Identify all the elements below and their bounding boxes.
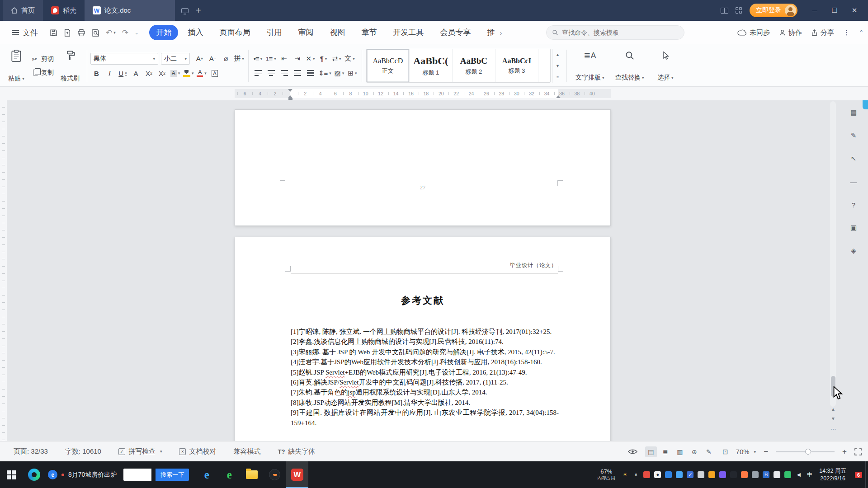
ribbon-tab[interactable]: 页面布局 (212, 25, 257, 40)
format-painter-button[interactable]: 格式刷 (57, 46, 84, 85)
ribbon-tab[interactable]: 会员专享 (433, 25, 477, 40)
web-view-icon[interactable]: ⊕ (689, 446, 700, 457)
style-preset[interactable]: AaBbC( 标题 1 (410, 49, 453, 82)
document-canvas[interactable]: 27 毕业设计（论文） 参考文献 [1]宁昭铼, 陈静, 张立斌. 一个网上购物… (0, 100, 868, 441)
align-left-button[interactable] (252, 67, 264, 79)
eye-protect-icon[interactable] (628, 449, 637, 455)
login-button[interactable]: 立即登录 (750, 4, 797, 17)
read-mode-icon[interactable]: ▥ (674, 446, 686, 457)
tray-icon[interactable] (730, 471, 737, 478)
page-view-icon[interactable]: ▤ (645, 446, 657, 457)
ribbon-tab[interactable]: 审阅 (291, 25, 320, 40)
ribbon-tab[interactable]: 章节 (354, 25, 383, 40)
customize-quickbar-icon[interactable]: ⌄ (135, 30, 138, 35)
distribute-button[interactable] (304, 67, 316, 79)
vertical-scrollbar[interactable] (830, 101, 836, 407)
new-tab-button[interactable]: + (196, 5, 201, 16)
reference-entry[interactable]: [3]宋丽娜. 基于 JSP 的 Web 开发中文乱码问题的研究与解决[J]. … (291, 347, 559, 357)
spellcheck-toggle[interactable]: ✓ 拼写检查▾ (118, 447, 162, 456)
taskbar-search-input[interactable] (123, 469, 151, 481)
next-page-button[interactable]: ▼ (831, 416, 835, 421)
asian-layout-button[interactable]: ✕▾ (304, 53, 316, 64)
show-desktop-button[interactable] (865, 461, 868, 488)
tray-icon[interactable]: ✓ (687, 471, 693, 478)
right-indent-marker[interactable] (556, 93, 561, 98)
fit-page-icon[interactable]: ⊡ (722, 448, 728, 456)
news-search-widget[interactable]: e 8月70城房价出炉 搜索一下 (45, 469, 195, 481)
home-tab[interactable]: 首页 (3, 0, 43, 21)
tray-icon[interactable] (665, 471, 672, 478)
ribbon-tab[interactable]: 开始 (149, 25, 178, 40)
ie-taskbar-icon[interactable]: e (195, 461, 218, 488)
align-center-button[interactable] (265, 67, 277, 79)
zoom-slider[interactable] (776, 451, 835, 452)
redo-button[interactable]: ↷ (122, 28, 128, 38)
side-tool-icon[interactable]: ▤ (848, 107, 859, 118)
document-tab[interactable]: W 论文.doc (85, 0, 175, 21)
style-preset[interactable]: AaBbC 标题 2 (453, 49, 495, 82)
copy-button[interactable]: 复制 (31, 69, 54, 77)
reference-entry[interactable]: [2]李鑫.浅谈信息化网上购物商城的设计与实现[J].民营科技, 2016(11… (291, 337, 559, 347)
side-tool-icon[interactable]: ✎ (848, 130, 859, 141)
start-button[interactable] (0, 461, 23, 488)
references-heading[interactable]: 参考文献 (235, 294, 610, 307)
styles-more-icon[interactable]: ≡ (553, 71, 562, 83)
vertical-ruler[interactable] (0, 100, 7, 441)
edit-mode-icon[interactable]: ✎ (703, 446, 715, 457)
tray-icon[interactable]: 中 (806, 471, 813, 478)
screen-share-icon[interactable] (181, 8, 189, 13)
char-border-button[interactable]: A (209, 68, 221, 79)
text-layout-button[interactable]: ≣A 文字排版▾ (570, 46, 610, 85)
tray-icon[interactable] (741, 471, 748, 478)
share-button[interactable]: 分享 (811, 28, 834, 37)
task-pane-indicator[interactable] (863, 100, 868, 109)
cut-button[interactable]: ✂ 剪切 (31, 55, 54, 63)
char-spacing-button[interactable]: 文▾ (344, 53, 356, 64)
paragraph-mark-button[interactable]: ¶▾ (317, 53, 330, 64)
tray-icon[interactable] (676, 471, 683, 478)
taskbar-search-button[interactable]: 搜索一下 (156, 469, 189, 481)
select-button[interactable]: 选择▾ (650, 46, 681, 85)
ribbon-tab[interactable]: 视图 (323, 25, 352, 40)
proofread-button[interactable]: × 文档校对 (179, 447, 216, 456)
zoom-out-button[interactable]: − (764, 447, 768, 456)
print-preview-button[interactable] (92, 29, 99, 37)
collapse-ribbon-icon[interactable]: ⌃ (859, 29, 863, 36)
underline-button[interactable]: U▾ (117, 68, 129, 79)
left-indent-marker[interactable] (288, 98, 292, 100)
fullscreen-icon[interactable] (854, 448, 862, 455)
superscript-button[interactable]: X2 (143, 68, 155, 79)
document-page-current[interactable]: 毕业设计（论文） 参考文献 [1]宁昭铼, 陈静, 张立斌. 一个网上购物商城平… (235, 237, 611, 441)
command-search-input[interactable] (562, 29, 670, 36)
tray-icon[interactable] (774, 471, 780, 478)
zoom-slider-knob[interactable] (805, 449, 811, 455)
word-count[interactable]: 字数: 10610 (65, 447, 101, 456)
font-color-button[interactable]: A▾ (196, 68, 208, 79)
bold-button[interactable]: B (90, 68, 103, 79)
sync-status-button[interactable]: 未同步 (737, 28, 770, 37)
tray-icon[interactable]: B (763, 471, 769, 478)
tray-icon[interactable] (698, 471, 704, 478)
ribbon-tab[interactable]: 引用 (259, 25, 288, 40)
tray-icon[interactable] (708, 471, 715, 478)
reference-entry[interactable]: [5]赵钒.JSP Servlet+EJB的Web模式应用研究[J].电子设计工… (291, 367, 559, 377)
close-button[interactable]: ✕ (844, 0, 864, 21)
side-tool-icon[interactable]: ↖ (848, 153, 859, 164)
file-menu-button[interactable]: 文件 (0, 28, 45, 38)
tray-icon[interactable] (643, 471, 650, 478)
align-right-button[interactable] (278, 67, 290, 79)
numbering-button[interactable]: 1≡▾ (265, 53, 277, 64)
clear-format-button[interactable]: ⌀ (220, 53, 232, 64)
collaborate-button[interactable]: 协作 (779, 28, 802, 37)
news-headline[interactable]: 8月70城房价出炉 (68, 471, 117, 479)
tray-icon[interactable] (719, 471, 726, 478)
justify-button[interactable] (291, 67, 303, 79)
tray-icon[interactable]: ☀ (622, 471, 628, 478)
ribbon-tab[interactable]: 推 (480, 25, 501, 40)
styles-scroll-up-icon[interactable]: ▲ (553, 49, 562, 60)
missing-font-button[interactable]: T? 缺失字体 (278, 447, 315, 456)
bullets-button[interactable]: •≡▾ (252, 53, 264, 64)
highlight-button[interactable]: ▾ (182, 68, 195, 79)
more-options-icon[interactable]: ⋮ (843, 28, 850, 37)
text-direction-button[interactable]: ⇄▾ (330, 53, 343, 64)
